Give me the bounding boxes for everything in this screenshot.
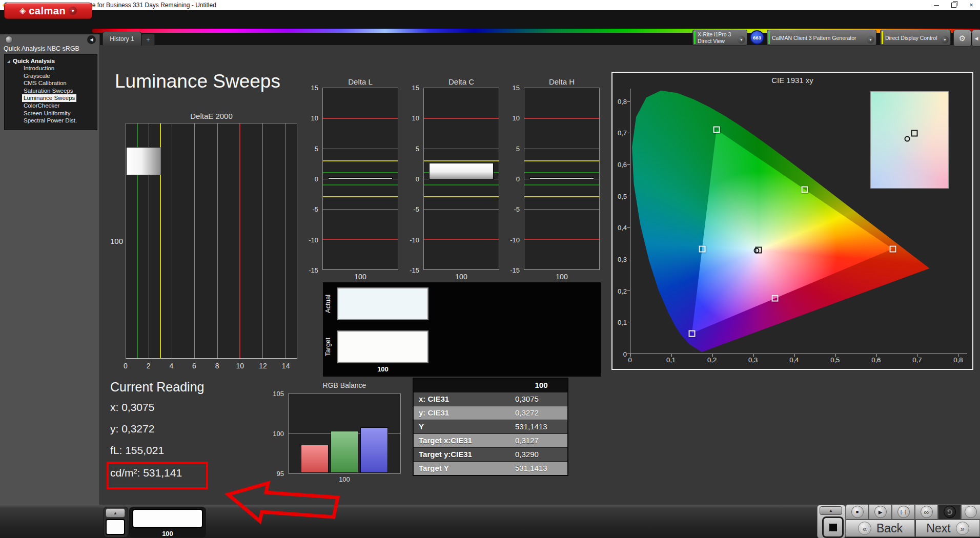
comparison-panel: Actual Target 100 xyxy=(323,282,601,377)
sidebar-item-label[interactable]: Grayscale xyxy=(22,72,52,80)
sidebar-tree-items: IntroductionGrayscaleCMS CalibrationSatu… xyxy=(5,65,97,125)
chevron-left-icon: ◀ xyxy=(90,37,93,42)
minimize-button[interactable] xyxy=(928,0,945,10)
cie-xlabels: 00,10,20,30,40,50,60,70,8 xyxy=(630,356,967,365)
continuous-read-button[interactable]: ∞ xyxy=(915,504,938,520)
pattern-preview-panel: 100 xyxy=(129,507,206,537)
tab-history-1[interactable]: History 1 xyxy=(103,32,141,46)
deltae-plot xyxy=(126,123,297,359)
page-title: Luminance Sweeps xyxy=(115,71,280,92)
stop-icon: ■ xyxy=(856,509,859,514)
pattern-status-stripe xyxy=(768,31,770,44)
workflow-led-button[interactable] xyxy=(5,36,13,44)
actual-color-swatch xyxy=(337,287,428,320)
play-button[interactable]: ▶ xyxy=(869,504,892,520)
calman-menu-button[interactable]: ◈ calman ▼ xyxy=(4,3,92,19)
chevron-down-icon: ▼ xyxy=(69,7,77,15)
delta_h-plot xyxy=(524,88,600,270)
rgb_balance-plot xyxy=(288,394,401,473)
meter-dropdown[interactable]: X-Rite i1Pro 3 Direct View ▼ xyxy=(692,30,747,46)
stop-button[interactable]: ■ xyxy=(846,504,869,520)
extra-transport-button[interactable] xyxy=(961,504,980,520)
series-brackets-icon: [··] xyxy=(901,509,906,514)
table-row: Target x:CIE310,3127 xyxy=(414,433,567,447)
annotation-arrow xyxy=(215,477,349,535)
table-row-value: 531,1413 xyxy=(515,462,547,475)
back-button[interactable]: « Back xyxy=(846,520,915,537)
delta_l-plot xyxy=(322,88,398,270)
gear-icon: ⚙ xyxy=(959,34,966,43)
sidebar-item-label[interactable]: Saturation Sweeps xyxy=(22,87,75,95)
table-row-value: 0,3272 xyxy=(515,406,539,420)
sidebar-item-label[interactable]: CMS Calibration xyxy=(22,79,68,87)
add-tab-icon: + xyxy=(146,36,150,44)
deltae-chart-title: DeltaE 2000 xyxy=(126,112,297,120)
sidebar-item-label[interactable]: ColorChecker xyxy=(22,102,61,110)
reading-y: y: 0,3272 xyxy=(110,423,154,435)
restore-button[interactable] xyxy=(945,0,963,10)
inset-actual-marker xyxy=(904,136,910,142)
pattern-generator-dropdown[interactable]: CalMAN Client 3 Pattern Generator ▼ xyxy=(767,30,876,46)
minimize-icon xyxy=(934,5,939,6)
add-tab-button[interactable]: + xyxy=(141,34,155,46)
settings-button[interactable]: ⚙ xyxy=(953,30,971,47)
tree-expander-icon: ◢ xyxy=(7,59,10,64)
blue-bar xyxy=(360,427,389,473)
sidebar-item: Luminance Sweeps xyxy=(5,94,97,102)
meter-status-stripe xyxy=(694,31,696,44)
play-icon: ▶ xyxy=(879,509,883,515)
cie-chart-title: CIE 1931 xy xyxy=(612,76,972,85)
rgb-balance-title: RGB Balance xyxy=(288,381,401,389)
display-control-dropdown[interactable]: Direct Display Control ▼ xyxy=(880,30,951,46)
read-series-button[interactable]: [··] xyxy=(892,504,915,520)
measurement-table-header: 100 xyxy=(414,379,567,392)
green-bar xyxy=(331,431,359,473)
delta_c-xlabel: 100 xyxy=(423,273,499,281)
mini-pattern-swatch xyxy=(106,519,125,535)
measurement-table-rows: x: CIE310,3075y: CIE310,3272Y531,1413Tar… xyxy=(414,392,567,475)
sidebar-item-label[interactable]: Luminance Sweeps xyxy=(22,94,76,102)
table-row: Y531,1413 xyxy=(414,420,567,433)
chevron-up-icon: ▲ xyxy=(829,508,833,513)
red-bar xyxy=(301,445,329,473)
table-row-value: 0,3290 xyxy=(515,448,539,461)
refresh-button[interactable] xyxy=(938,504,961,520)
sidebar-item: Grayscale xyxy=(5,72,97,80)
table-row-label: Target Y xyxy=(419,462,449,475)
next-button[interactable]: Next » xyxy=(915,520,980,537)
tree-root-label: Quick Analysis xyxy=(13,58,55,64)
inset-target-marker xyxy=(911,130,917,136)
close-button[interactable]: × xyxy=(963,0,980,10)
sidebar-item: CMS Calibration xyxy=(5,79,97,87)
table-row-value: 0,3127 xyxy=(515,434,539,447)
sidebar-collapse-button[interactable]: ◀ xyxy=(87,35,96,44)
sidebar-item-label[interactable]: Introduction xyxy=(22,65,56,72)
transport-expand-button[interactable]: ▲ xyxy=(820,506,842,515)
actual-label: Actual xyxy=(324,287,333,320)
stop-large-button[interactable] xyxy=(822,516,844,538)
table-row-value: 531,1413 xyxy=(515,420,547,433)
display-status-stripe xyxy=(882,31,883,44)
tree-root[interactable]: ◢ Quick Analysis xyxy=(5,55,97,65)
reading-x: x: 0,3075 xyxy=(110,401,154,413)
collapse-toolbar-button[interactable]: ◀ xyxy=(972,30,980,47)
target-label: Target xyxy=(324,330,333,363)
blank-icon xyxy=(965,506,977,518)
sidebar-item-label[interactable]: Spectral Power Dist. xyxy=(22,117,78,125)
delta_l-title: Delta L xyxy=(322,77,398,86)
infinity-icon: ∞ xyxy=(924,508,929,516)
bottom-bar: ▲ 100 ▲ xyxy=(0,505,980,538)
pattern-mini-panel: ▲ xyxy=(104,507,128,537)
table-row-label: x: CIE31 xyxy=(419,392,449,406)
table-row-label: y: CIE31 xyxy=(419,406,449,420)
table-row: Target y:CIE310,3290 xyxy=(414,447,567,461)
double-chevron-right-icon: » xyxy=(956,522,969,535)
cie-whitepoint-inset xyxy=(870,91,949,189)
meter-name: X-Rite i1Pro 3 xyxy=(698,31,738,38)
chevron-down-icon: ▼ xyxy=(738,36,745,44)
table-row: x: CIE310,3075 xyxy=(414,392,567,406)
sidebar-item-label[interactable]: Screen Uniformity xyxy=(22,110,72,117)
tab-history-label: History 1 xyxy=(110,35,134,43)
pattern-panel-expand-button[interactable]: ▲ xyxy=(106,508,125,518)
cie-panel: CIE 1931 xy 00,10,20,30,40,50,60,70,8 00… xyxy=(611,72,973,370)
